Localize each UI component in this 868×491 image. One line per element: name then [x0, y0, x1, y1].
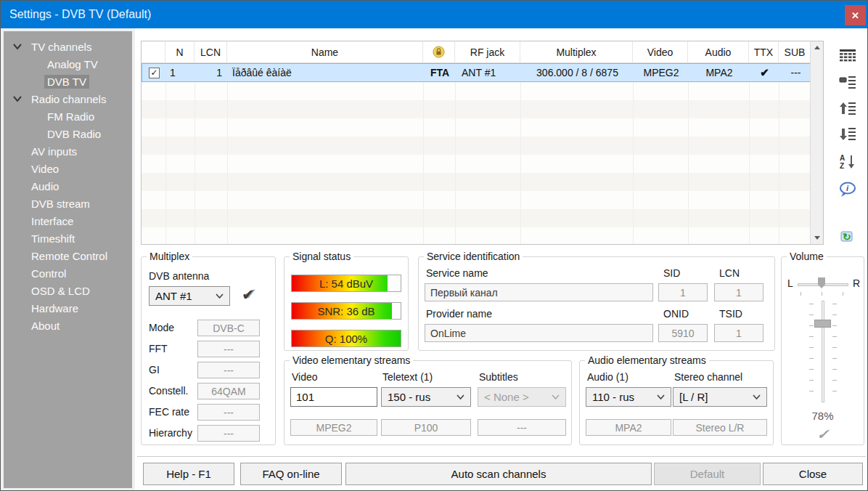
sidebar-item-remote-control[interactable]: Remote Control [4, 247, 132, 264]
gi-label: GI [149, 364, 160, 376]
balance-tick [843, 292, 843, 296]
table-empty-rows [142, 82, 810, 244]
faq-button[interactable]: FAQ on-line [240, 463, 342, 485]
channel-row-selected[interactable]: ✓ 1 1 Ïåðâûé êàíàë FTA ANT #1 306.000 / … [142, 63, 823, 82]
teletext-label: Teletext (1) [382, 371, 433, 383]
subtitles-select: < None > [478, 387, 566, 407]
audio-streams-group: Audio elementary streams Audio (1) Stere… [579, 360, 774, 445]
info-icon: i [838, 182, 857, 198]
channel-info-button[interactable]: i [837, 179, 859, 200]
dvb-antenna-label: DVB antenna [149, 270, 209, 282]
auto-scan-button[interactable]: Auto scan channels [345, 463, 652, 485]
sort-channels-button[interactable]: A Z [837, 152, 859, 172]
header-encryption[interactable] [423, 41, 455, 62]
service-name-label: Service name [426, 267, 488, 279]
volume-slider-thumb[interactable] [814, 320, 831, 328]
sidebar-item-fm-radio[interactable]: FM Radio [4, 107, 132, 125]
dvb-antenna-select[interactable]: ANT #1 [149, 286, 230, 306]
svg-text:A: A [840, 154, 845, 162]
help-button[interactable]: Help - F1 [143, 463, 234, 485]
header-rf-jack[interactable]: RF jack [455, 41, 520, 62]
volume-slider-track[interactable] [822, 301, 824, 402]
scroll-up-button[interactable] [811, 41, 823, 54]
sidebar-item-timeshift[interactable]: Timeshift [4, 230, 132, 247]
sidebar-item-about[interactable]: About [4, 317, 132, 334]
header-video[interactable]: Video [633, 41, 688, 62]
sidebar-item-dvb-stream[interactable]: DVB stream [4, 195, 132, 212]
mode-value: DVB-C [197, 320, 260, 336]
cell-video: MPEG2 [634, 64, 689, 81]
close-button[interactable]: Close [763, 463, 863, 485]
cell-n: 1 [166, 64, 195, 81]
triangle-up-icon [814, 46, 820, 49]
channel-grid-button[interactable] [837, 46, 859, 66]
teletext-page-field: P100 [381, 419, 471, 436]
svg-text:i: i [846, 184, 849, 192]
settings-window: Settings - DVB TV (Default) ✕ TV channel… [0, 0, 868, 491]
channel-enabled-checkbox[interactable]: ✓ [149, 68, 160, 78]
onid-label: ONID [663, 308, 689, 320]
fft-label: FFT [149, 343, 168, 354]
sidebar-item-radio-channels[interactable]: Radio channels [4, 90, 132, 107]
cell-audio: MPA2 [689, 64, 750, 81]
settings-nav-tree: TV channels Analog TV DVB TV Radio chann… [4, 31, 132, 488]
cell-rf-jack: ANT #1 [456, 64, 521, 81]
channel-table: N LCN Name RF jack Multiplex Video Audio… [141, 41, 824, 245]
provider-name-label: Provider name [426, 308, 492, 320]
move-channel-up-button[interactable] [837, 98, 859, 118]
tsid-label: TSID [719, 308, 742, 320]
service-identification-legend: Service identification [424, 251, 523, 262]
signal-level-text: L: 54 dBuV [292, 275, 401, 291]
balance-slider-thumb[interactable] [818, 277, 825, 288]
video-codec-field: MPEG2 [290, 419, 377, 436]
chevron-down-icon [12, 43, 22, 50]
volume-ticks-left [809, 304, 814, 401]
header-multiplex[interactable]: Multiplex [520, 41, 633, 62]
signal-snr-text: SNR: 36 dB [292, 303, 401, 319]
header-sub[interactable]: SUB [779, 41, 811, 62]
title-bar[interactable]: Settings - DVB TV (Default) ✕ [1, 1, 868, 28]
cell-ttx-check: ✔ [750, 64, 779, 81]
balance-tick [822, 292, 822, 296]
multiplex-legend: Multiplex [147, 251, 192, 262]
header-audio[interactable]: Audio [688, 41, 749, 62]
table-scrollbar[interactable] [810, 41, 823, 244]
sidebar-item-dvb-radio[interactable]: DVB Radio [4, 125, 132, 142]
header-lcn[interactable]: LCN [195, 41, 227, 62]
sidebar-item-av-inputs[interactable]: AV inputs [4, 142, 132, 160]
window-close-button[interactable]: ✕ [845, 5, 866, 25]
move-channel-down-button[interactable] [837, 124, 859, 145]
cell-access: FTA [424, 64, 456, 81]
scroll-down-button[interactable] [811, 232, 823, 244]
header-ttx[interactable]: TTX [749, 41, 779, 62]
triangle-down-icon [814, 236, 820, 240]
cell-name: Ïåðâûé êàíàë [228, 64, 424, 81]
sidebar-item-tv-channels[interactable]: TV channels [4, 38, 132, 55]
sidebar-item-video[interactable]: Video [4, 160, 132, 177]
service-name-field: Первый канал [425, 283, 653, 301]
audio-select[interactable]: 110 - rus [586, 387, 671, 407]
stereo-channel-label: Stereo channel [674, 371, 742, 383]
antenna-apply-check-icon[interactable]: ✔ [242, 286, 255, 304]
rename-channel-button[interactable] [837, 72, 859, 92]
header-name[interactable]: Name [227, 41, 423, 62]
volume-legend: Volume [787, 251, 827, 262]
mode-label: Mode [149, 322, 174, 333]
video-pid-input[interactable]: 101 [290, 387, 377, 407]
bottom-separator [137, 456, 866, 457]
sidebar-item-analog-tv[interactable]: Analog TV [4, 55, 132, 73]
sidebar-item-osd-lcd[interactable]: OSD & LCD [4, 282, 132, 299]
sidebar-item-audio[interactable]: Audio [4, 177, 132, 195]
teletext-select[interactable]: 150 - rus [381, 387, 471, 407]
sidebar-item-control[interactable]: Control [4, 264, 132, 282]
default-button: Default [654, 463, 761, 485]
sidebar-item-dvb-tv[interactable]: DVB TV [4, 73, 132, 90]
sidebar-item-hardware[interactable]: Hardware [4, 299, 132, 317]
sidebar-item-interface[interactable]: Interface [4, 212, 132, 230]
volume-apply-check-icon[interactable]: ✓ [782, 426, 864, 443]
stereo-channel-select[interactable]: [L / R] [673, 387, 767, 407]
sid-label: SID [663, 267, 680, 279]
channel-table-header: N LCN Name RF jack Multiplex Video Audio… [142, 41, 823, 63]
refresh-channels-button[interactable]: ↻ [837, 226, 859, 246]
header-n[interactable]: N [165, 41, 195, 62]
